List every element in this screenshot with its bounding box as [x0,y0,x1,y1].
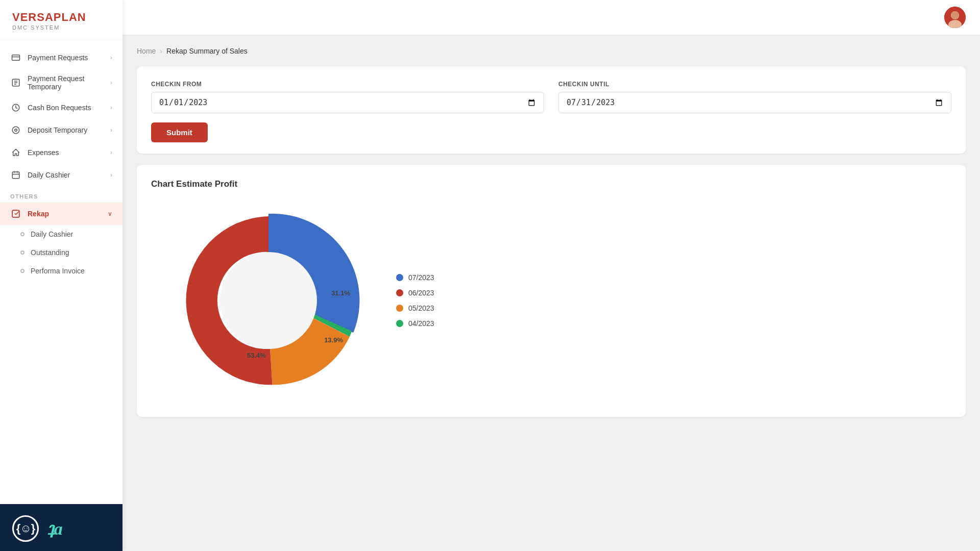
logo: VERSAPLAN DMC SYSTEM [0,0,122,40]
submit-button[interactable]: Submit [151,122,208,142]
sub-dot-performa-invoice [20,269,24,273]
avatar[interactable] [944,7,966,28]
legend-item-jul2023: 07/2023 [396,273,434,282]
daily-cashier-icon [10,169,21,181]
sidebar-item-deposit-temporary[interactable]: Deposit Temporary › [0,119,122,141]
svg-rect-0 [12,55,20,61]
sidebar-item-daily-cashier-label: Daily Cashier [28,171,70,179]
breadcrumb-separator: › [160,47,162,55]
breadcrumb: Home › Rekap Summary of Sales [137,47,966,55]
svg-rect-6 [12,172,19,179]
main-content: Home › Rekap Summary of Sales CHECKIN FR… [122,0,980,551]
sidebar-item-expenses-label: Expenses [28,148,59,157]
deposit-temporary-icon [10,124,21,136]
payment-request-temporary-icon [10,77,21,88]
app-name: VERSAPLAN [12,11,110,23]
sidebar-item-cash-bon-requests[interactable]: Cash Bon Requests › [0,96,122,119]
brand-icon-code: {☺} [12,515,39,542]
chart-label-31: 31.1% [331,289,350,297]
legend-item-jun2023: 06/2023 [396,289,434,297]
sidebar-item-payment-request-temporary[interactable]: Payment Request Temporary › [0,69,122,96]
sidebar-nav: Payment Requests › Payment Request Tempo… [0,40,122,504]
breadcrumb-current: Rekap Summary of Sales [166,47,248,55]
svg-point-14 [951,11,959,19]
breadcrumb-home[interactable]: Home [137,47,156,55]
sub-dot-outstanding [20,251,24,255]
legend-dot-may2023 [396,305,403,312]
checkin-from-group: CHECKIN FROM [151,81,544,113]
svg-point-4 [12,127,19,134]
checkin-from-label: CHECKIN FROM [151,81,544,88]
filter-card: CHECKIN FROM CHECKIN UNTIL Submit [137,66,966,154]
sidebar-item-rekap[interactable]: Rekap ∨ [0,203,122,225]
svg-point-15 [220,252,317,349]
chart-label-14: 13.9% [324,336,343,344]
sidebar-subitem-performa-invoice-label: Performa Invoice [31,267,85,275]
sidebar-item-payment-requests[interactable]: Payment Requests › [0,46,122,69]
topbar [122,0,980,35]
app-sub: DMC SYSTEM [12,24,110,31]
page-body: Home › Rekap Summary of Sales CHECKIN FR… [122,35,980,551]
legend-label-may2023: 05/2023 [408,304,434,312]
sidebar-item-payment-requests-label: Payment Requests [28,54,88,62]
cash-bon-requests-icon [10,102,21,113]
sidebar-item-payment-request-temporary-label: Payment Request Temporary [28,74,110,91]
svg-point-5 [15,129,17,132]
chevron-right-icon-3: › [110,104,112,111]
donut-svg [172,204,365,397]
chevron-down-icon: ∨ [108,210,112,217]
chart-area: 53.4% 31.1% 13.9% 07/2023 06/2023 [151,198,951,403]
svg-rect-10 [12,210,19,217]
chart-title: Chart Estimate Profit [151,179,951,189]
chevron-right-icon-4: › [110,127,112,134]
sidebar-item-expenses[interactable]: Expenses › [0,141,122,164]
checkin-from-input[interactable] [151,92,544,113]
chevron-right-icon-5: › [110,149,112,156]
sidebar-item-cash-bon-requests-label: Cash Bon Requests [28,104,91,112]
legend-item-may2023: 05/2023 [396,304,434,312]
legend-dot-apr2023 [396,320,403,327]
legend-label-jun2023: 06/2023 [408,289,434,297]
sidebar-item-rekap-label: Rekap [28,210,49,218]
checkin-until-input[interactable] [558,92,951,113]
filter-row: CHECKIN FROM CHECKIN UNTIL [151,81,951,113]
chart-label-53: 53.4% [247,352,266,359]
checkin-until-group: CHECKIN UNTIL [558,81,951,113]
sidebar-subitem-daily-cashier-label: Daily Cashier [31,230,73,238]
payment-requests-icon [10,52,21,63]
avatar-image [944,7,966,28]
chevron-right-icon-2: › [110,79,112,86]
legend-item-apr2023: 04/2023 [396,319,434,328]
sidebar-subitem-outstanding[interactable]: Outstanding [0,243,122,262]
section-others-label: OTHERS [0,186,122,203]
brand-icon-ta: ʇa [47,518,63,539]
sidebar-subitem-performa-invoice[interactable]: Performa Invoice [0,262,122,280]
chart-card: Chart Estimate Profit [137,165,966,417]
expenses-icon [10,147,21,158]
rekap-icon [10,208,21,219]
sidebar-item-daily-cashier[interactable]: Daily Cashier › [0,164,122,186]
legend-label-jul2023: 07/2023 [408,273,434,282]
checkin-until-label: CHECKIN UNTIL [558,81,951,88]
sub-dot-daily-cashier [20,232,24,236]
legend-dot-jun2023 [396,289,403,296]
sidebar-bottom: {☺} ʇa [0,504,122,551]
sidebar-subitem-daily-cashier[interactable]: Daily Cashier [0,225,122,243]
sidebar-item-deposit-temporary-label: Deposit Temporary [28,126,87,134]
chevron-right-icon: › [110,54,112,61]
sidebar: VERSAPLAN DMC SYSTEM Payment Requests › … [0,0,122,551]
legend-label-apr2023: 04/2023 [408,319,434,328]
chevron-right-icon-6: › [110,171,112,179]
donut-chart: 53.4% 31.1% 13.9% [172,204,365,397]
legend-dot-jul2023 [396,274,403,281]
sidebar-subitem-outstanding-label: Outstanding [31,248,69,257]
chart-legend: 07/2023 06/2023 05/2023 04/2023 [396,273,434,328]
